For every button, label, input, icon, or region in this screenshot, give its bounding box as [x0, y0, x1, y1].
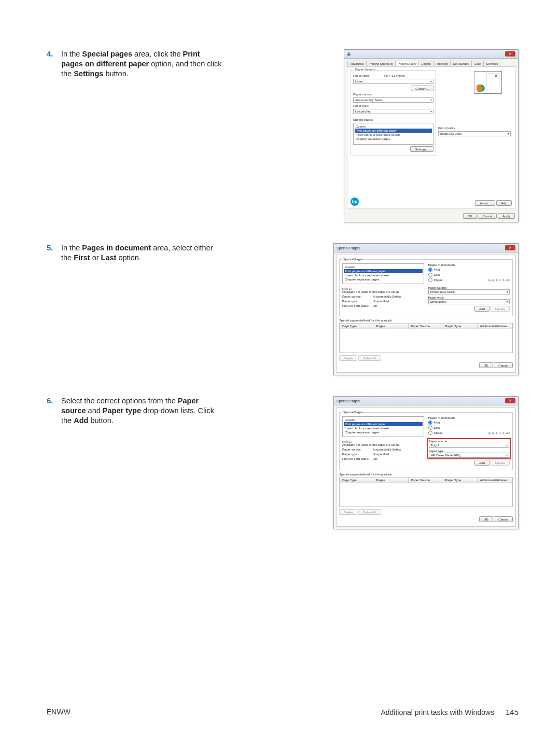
print-quality-label: Print Quality	[438, 126, 511, 130]
paper-options-group: Paper Options	[354, 68, 376, 71]
list-item[interactable]: Insert blank or preprinted sheets	[344, 273, 423, 277]
note-paper-type-value: Unspecified	[373, 453, 389, 456]
col-paper-type: Paper Type	[443, 324, 478, 329]
text-bold: Add	[74, 416, 88, 425]
list-item[interactable]: Chapter separator pages	[344, 277, 423, 282]
list-item-selected[interactable]: Print pages on different paper	[344, 269, 423, 273]
list-item-selected[interactable]: Print pages on different paper	[355, 129, 432, 133]
defined-pages-label: Special pages defined for this print job…	[339, 473, 513, 476]
pages-example: (E.g. 1, 3, 5-12)	[488, 431, 510, 434]
right-paper-type-select-step6[interactable]: HP Cover Matte 200g	[429, 453, 510, 458]
update-button[interactable]: Update	[491, 460, 510, 466]
paper-source-label: Paper source:	[353, 93, 382, 96]
cancel-button[interactable]: Cancel	[478, 213, 497, 219]
note-both-sides-value: Off	[373, 304, 377, 307]
list-item[interactable]: Covers	[355, 124, 432, 129]
list-item-selected[interactable]: Print pages on different paper	[344, 422, 423, 426]
close-icon[interactable]: ✕	[505, 398, 515, 403]
note-paper-type-value: Unspecified	[373, 300, 389, 303]
help-button[interactable]: Help	[496, 200, 512, 206]
butterfly-icon	[477, 85, 485, 92]
note-paper-type-label: Paper type:	[342, 453, 371, 456]
text-bold: Paper type	[103, 406, 141, 415]
text-fragment: and	[86, 406, 103, 415]
step-5-number: 5.	[47, 243, 61, 375]
text-fragment: Select the correct options from the	[61, 397, 178, 405]
paper-size-select[interactable]: Letter	[353, 79, 433, 84]
list-item[interactable]: Insert blank or preprinted sheets	[344, 426, 423, 430]
tab-job-storage[interactable]: Job Storage	[450, 61, 472, 66]
note-paper-type-label: Paper type:	[342, 300, 371, 303]
paper-type-select[interactable]: Unspecified	[353, 109, 433, 114]
radio-last-label: Last	[434, 426, 440, 429]
radio-pages[interactable]: Pages:(E.g. 1, 3, 5-12)	[428, 278, 510, 282]
col-paper-source: Paper Source	[409, 324, 443, 329]
right-paper-source-select[interactable]: Printer auto select	[428, 289, 510, 294]
update-button[interactable]: Update	[491, 306, 510, 312]
tab-effects[interactable]: Effects	[418, 61, 433, 66]
special-pages-list[interactable]: Covers Print pages on different paper In…	[353, 123, 433, 145]
delete-all-button[interactable]: Delete All	[358, 355, 381, 361]
tab-paper-quality[interactable]: Paper/Quality	[395, 61, 419, 66]
custom-button[interactable]: Custom...	[411, 86, 433, 91]
radio-last[interactable]: Last	[428, 426, 510, 430]
special-pages-list[interactable]: Covers Print pages on different paper In…	[342, 416, 424, 437]
tab-services[interactable]: Services	[483, 61, 500, 66]
hp-logo-icon: hp	[351, 198, 359, 206]
step-4-text: In the Special pages area, click the Pri…	[61, 49, 222, 222]
delete-button[interactable]: Delete	[339, 355, 357, 361]
page-number: 145	[506, 708, 519, 716]
defined-table-header: Page Type Pages Paper Source Paper Type …	[339, 323, 513, 329]
list-item[interactable]: Chapter separator pages	[355, 137, 432, 141]
delete-all-button[interactable]: Delete All	[358, 509, 381, 515]
print-properties-dialog: 🖶 ✕ Advanced Printing Shortcuts Paper/Qu…	[344, 49, 519, 222]
radio-pages[interactable]: Pages:(E.g. 1, 3, 5-12)	[428, 431, 510, 435]
tab-finishing[interactable]: Finishing	[433, 61, 451, 66]
dialog-titlebar: Special Pages ✕	[334, 397, 518, 405]
list-item[interactable]: Covers	[344, 265, 423, 269]
tab-advanced[interactable]: Advanced	[347, 61, 367, 66]
radio-last-label: Last	[434, 273, 440, 276]
close-icon[interactable]: ✕	[505, 51, 515, 57]
close-icon[interactable]: ✕	[505, 245, 515, 250]
paper-source-select[interactable]: Automatically Select	[353, 97, 433, 103]
list-item[interactable]: Insert blank or preprinted sheets	[355, 133, 432, 137]
text-bold: First	[74, 254, 90, 262]
cancel-button[interactable]: Cancel	[494, 362, 513, 368]
right-paper-type-select[interactable]: Unspecified	[428, 299, 510, 304]
note-paper-source-value: Automatically Select	[373, 448, 401, 451]
text-fragment: area, click the	[132, 50, 183, 58]
print-quality-select[interactable]: ImageREt 3600	[438, 131, 511, 136]
preview-label: E	[495, 75, 497, 78]
ok-button[interactable]: OK	[479, 362, 493, 368]
list-item[interactable]: Chapter separator pages	[344, 430, 423, 434]
text-fragment: or	[90, 254, 101, 262]
text-bold: Pages in document	[82, 244, 151, 252]
radio-first[interactable]: First	[428, 420, 510, 425]
special-pages-list[interactable]: Covers Print pages on different paper In…	[342, 263, 424, 284]
note-both-sides-label: Print on both sides:	[342, 304, 371, 307]
ok-button[interactable]: OK	[463, 213, 477, 219]
tab-color[interactable]: Color	[471, 61, 484, 66]
special-pages-group: Special Pages	[342, 411, 364, 414]
apply-button[interactable]: Apply	[498, 213, 515, 219]
tab-printing-shortcuts[interactable]: Printing Shortcuts	[366, 61, 396, 66]
printer-icon: 🖶	[347, 52, 351, 56]
add-button[interactable]: Add	[474, 460, 489, 466]
footer-section-title: Additional print tasks with Windows	[381, 708, 494, 716]
cancel-button[interactable]: Cancel	[494, 516, 513, 522]
radio-last[interactable]: Last	[428, 273, 510, 277]
note-both-sides-value: Off	[373, 457, 377, 460]
paper-sizes-value: 8.5 × 11 inches	[384, 74, 405, 77]
settings-button[interactable]: Settings...	[410, 146, 433, 152]
right-paper-source-select-step6[interactable]: Tray 1	[429, 443, 510, 448]
add-button[interactable]: Add	[474, 306, 489, 312]
list-item[interactable]: Covers	[344, 418, 423, 422]
about-button[interactable]: About...	[475, 200, 495, 206]
delete-button[interactable]: Delete	[339, 509, 357, 515]
col-page-type: Page Type	[340, 324, 374, 329]
defined-table-body	[339, 483, 513, 507]
radio-first[interactable]: First	[428, 268, 510, 272]
ok-button[interactable]: OK	[479, 516, 493, 522]
note-text: All pages not listed in this table are s…	[342, 290, 424, 293]
